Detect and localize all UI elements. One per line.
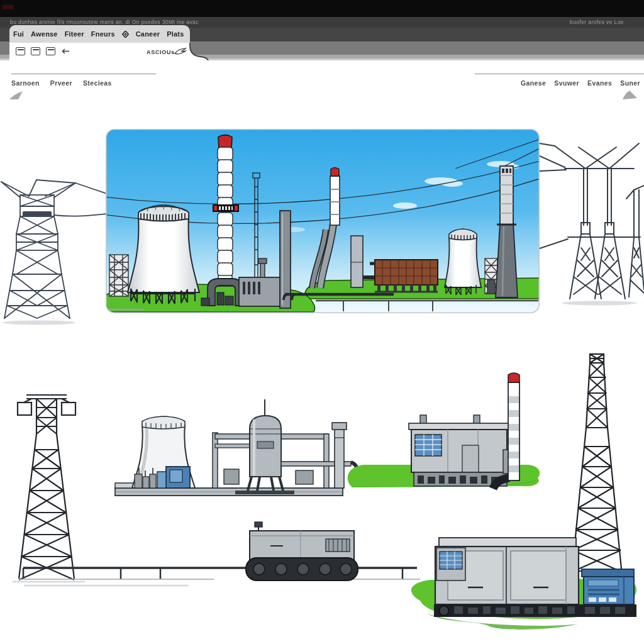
send-icon[interactable] [174, 47, 187, 56]
menu-item[interactable]: Plats [167, 30, 184, 38]
nav-left: Sarnoen Prveer Stecieas [11, 79, 112, 87]
toolbar-tab [0, 42, 644, 61]
transmission-tower-right [540, 132, 644, 314]
nav-item[interactable]: Ganese [521, 79, 546, 87]
nav-item[interactable]: Evanes [587, 79, 612, 87]
transformer-hall [434, 538, 580, 617]
turbine-building [409, 415, 517, 486]
nav-divider-left [11, 74, 156, 74]
nav-item[interactable]: Prveer [50, 79, 72, 87]
copy-icon[interactable] [46, 47, 55, 55]
swoosh-arrow-left-icon[interactable] [9, 90, 25, 101]
tracked-vehicle [246, 522, 358, 580]
menu-item[interactable]: Fiteer [65, 30, 84, 38]
menu-item[interactable]: Awense [31, 30, 58, 38]
nav-item[interactable]: Stecieas [83, 79, 112, 87]
window-badge [3, 5, 14, 9]
titlebar-text-left: bu dunhas arenie fils rmuonsutew mans an… [10, 19, 199, 25]
titlebar-text-right: boofer arofes ve Loe [570, 19, 624, 25]
capped-pipe [332, 423, 347, 488]
nav-right: Ganese Svuwer Evanes Suner [521, 79, 640, 87]
hero-illustration [106, 129, 540, 313]
swoosh-arrow-right-icon[interactable] [621, 90, 638, 101]
back-arrow-icon[interactable] [61, 48, 70, 55]
control-cabinet [580, 569, 636, 617]
grid-icon[interactable] [31, 47, 40, 55]
nav-divider-right [475, 74, 644, 74]
menu-diamond-icon[interactable] [122, 31, 129, 38]
nav-item[interactable]: Svuwer [554, 79, 579, 87]
address-label[interactable]: ASCIOUs [147, 49, 175, 55]
menu-bar: Fui Awense Fiteer Fneurs Caneer Plats [13, 30, 184, 38]
menu-item[interactable]: Fui [13, 30, 24, 38]
window-icon[interactable] [16, 47, 25, 55]
menu-item[interactable]: Fneurs [91, 30, 115, 38]
pipeline-rail [19, 568, 420, 579]
nav-item[interactable]: Suner [620, 79, 640, 87]
technical-diagram [0, 333, 644, 644]
toolbar-icons [16, 47, 70, 55]
window-titlebar [0, 0, 644, 17]
menu-item[interactable]: Caneer [136, 30, 160, 38]
lattice-tower-left [18, 395, 75, 580]
nav-item[interactable]: Sarnoen [11, 79, 40, 87]
cooling-tower-diagram [132, 416, 195, 488]
transmission-tower-left [0, 176, 107, 330]
